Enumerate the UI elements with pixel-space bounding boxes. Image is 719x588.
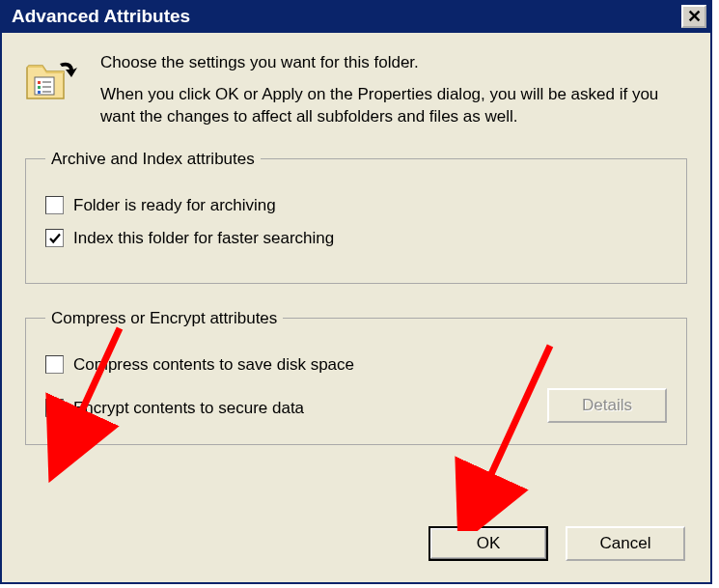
intro-section: Choose the settings you want for this fo… — [25, 52, 687, 128]
encrypt-label: Encrypt contents to secure data — [73, 399, 304, 418]
svg-rect-3 — [38, 91, 41, 94]
encrypt-checkbox-row[interactable]: Encrypt contents to secure data — [45, 399, 304, 418]
ok-button[interactable]: OK — [429, 526, 548, 561]
index-checkbox[interactable] — [45, 229, 64, 247]
svg-rect-1 — [38, 81, 41, 84]
cancel-button[interactable]: Cancel — [566, 526, 685, 561]
intro-line-1: Choose the settings you want for this fo… — [100, 52, 687, 74]
close-icon: ✕ — [687, 8, 702, 25]
encrypt-checkbox[interactable] — [45, 399, 64, 417]
compress-checkbox-row[interactable]: Compress contents to save disk space — [45, 355, 667, 375]
compress-encrypt-group: Compress or Encrypt attributes Compress … — [25, 309, 687, 445]
index-label: Index this folder for faster searching — [73, 229, 334, 248]
compress-encrypt-legend: Compress or Encrypt attributes — [45, 309, 283, 328]
folder-settings-icon — [25, 56, 79, 102]
archive-checkbox-row[interactable]: Folder is ready for archiving — [45, 196, 667, 215]
dialog-content: Choose the settings you want for this fo… — [2, 33, 710, 490]
compress-label: Compress contents to save disk space — [73, 355, 354, 375]
archive-checkbox[interactable] — [45, 196, 64, 214]
intro-text: Choose the settings you want for this fo… — [100, 52, 687, 128]
compress-checkbox[interactable] — [45, 355, 64, 374]
svg-rect-2 — [38, 86, 41, 89]
title-bar: Advanced Attributes ✕ — [2, 0, 710, 33]
intro-line-2: When you click OK or Apply on the Proper… — [100, 84, 687, 128]
dialog-title: Advanced Attributes — [12, 6, 681, 27]
close-button[interactable]: ✕ — [681, 5, 706, 28]
index-checkbox-row[interactable]: Index this folder for faster searching — [45, 229, 667, 248]
archive-label: Folder is ready for archiving — [73, 196, 276, 215]
archive-index-group: Archive and Index attributes Folder is r… — [25, 150, 687, 284]
archive-index-legend: Archive and Index attributes — [45, 150, 261, 169]
advanced-attributes-dialog: Advanced Attributes ✕ — [0, 0, 712, 584]
details-button: Details — [547, 388, 667, 423]
dialog-button-row: OK Cancel — [429, 526, 685, 561]
